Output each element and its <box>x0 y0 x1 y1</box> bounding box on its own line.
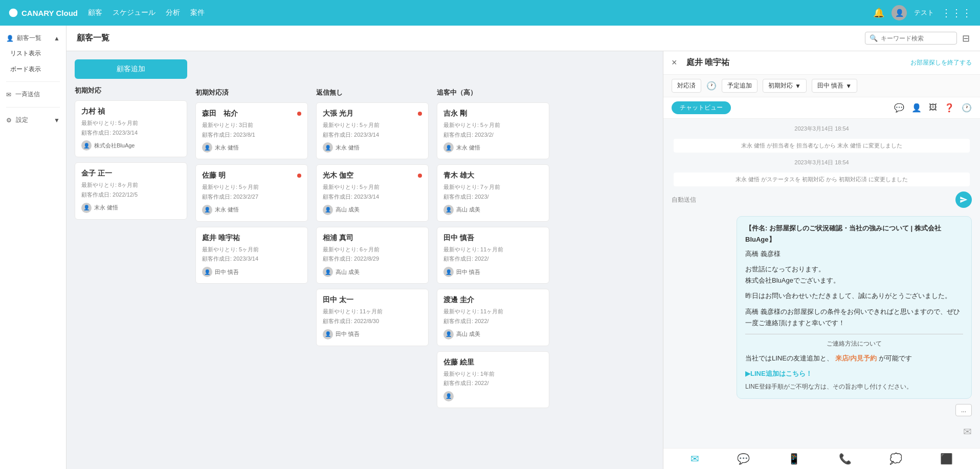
sidebar-item-list-view[interactable]: リスト表示 <box>0 46 66 61</box>
main-content: 顧客一覧 🔍 ⊟ 顧客追加 初期対応 <box>66 26 980 469</box>
chevron-down-icon: ▼ <box>795 82 801 90</box>
card-meta: 最新やりとり: 5ヶ月前 顧客作成日: 2023/3/14 <box>323 182 422 201</box>
footer-line-icon[interactable]: 💬 <box>737 453 750 465</box>
card-meta: 最新やりとり: 11ヶ月前 顧客作成日: 2022/ <box>443 307 543 326</box>
board-col-no-reply: 返信無し 大張 光月 最新やりとり: 5ヶ月前 顧客作成日: 2023/3/14… <box>316 88 429 461</box>
response-done-button[interactable]: 対応済 <box>672 79 701 93</box>
board-card[interactable]: 森田 祐介 最新やりとり: 3日前 顧客作成日: 2023/8/1 👤 末永 健… <box>195 102 308 159</box>
mail-icon[interactable]: ✉ <box>963 425 972 438</box>
search-box[interactable]: 🔍 <box>865 32 957 45</box>
card-assignee: 👤 高山 成美 <box>443 329 543 339</box>
board-card[interactable]: 力村 禎 最新やりとり: 5ヶ月前 顧客作成日: 2023/3/14 👤 株式会… <box>75 100 187 157</box>
board-card[interactable]: 光木 伽空 最新やりとり: 5ヶ月前 顧客作成日: 2023/3/14 👤 高山… <box>316 164 429 221</box>
chat-date-divider-2: 2023年3月14日 18:54 <box>663 159 980 166</box>
assignee-avatar: 👤 <box>443 205 454 215</box>
close-button[interactable]: × <box>672 57 677 68</box>
assignee-select[interactable]: 田中 慎吾 ▼ <box>812 79 857 93</box>
card-meta: 最新やりとり: 6ヶ月前 顧客作成日: 2022/8/29 <box>323 245 422 264</box>
card-assignee: 👤 末永 健悟 <box>443 142 543 153</box>
tab-chat-view[interactable]: チャットビュー <box>672 101 731 114</box>
board-card[interactable]: 田中 太一 最新やりとり: 11ヶ月前 顧客作成日: 2022/8/30 👤 田… <box>316 289 429 346</box>
unread-dot <box>418 112 422 116</box>
avatar[interactable]: 👤 <box>892 5 907 20</box>
detail-toolbar: 対応済 🕐 予定追加 初期対応 ▼ 田中 慎吾 ▼ <box>663 75 980 97</box>
search-icon: 🔍 <box>870 34 878 42</box>
card-name: 田中 太一 <box>323 295 353 305</box>
board-col-initial-done: 初期対応済 森田 祐介 最新やりとり: 3日前 顧客作成日: 2023/8/1 … <box>195 88 308 461</box>
mail-icon: ✉ <box>6 91 11 98</box>
clock-icon[interactable]: 🕐 <box>706 81 717 91</box>
grid-icon[interactable]: ⋮⋮⋮ <box>941 7 972 19</box>
card-meta: 最新やりとり: 3日前 顧客作成日: 2023/8/1 <box>202 120 301 139</box>
add-customer-button[interactable]: 顧客追加 <box>75 59 187 79</box>
unread-dot <box>297 112 301 116</box>
footer-mail-icon[interactable]: ✉ <box>691 453 699 465</box>
add-schedule-button[interactable]: 予定追加 <box>722 79 758 93</box>
nav-customers[interactable]: 顧客 <box>88 8 102 17</box>
question-icon[interactable]: ❓ <box>944 103 954 113</box>
sidebar-item-settings[interactable]: ⚙ 設定 ▼ <box>0 112 66 129</box>
card-name: 金子 正一 <box>81 169 112 178</box>
status-select[interactable]: 初期対応 ▼ <box>763 79 807 93</box>
line-add-link[interactable]: ▶LINE追加はこちら！ <box>745 368 963 379</box>
sidebar-customer-section[interactable]: 👤 顧客一覧 ▲ <box>0 31 66 46</box>
board-col-initial: 初期対応 力村 禎 最新やりとり: 5ヶ月前 顧客作成日: 2023/3/14 … <box>75 86 187 225</box>
sidebar: 👤 顧客一覧 ▲ リスト表示 ボード表示 ✉ 一斉送信 ⚙ 設定 ▼ <box>0 26 66 469</box>
history-icon[interactable]: 🕐 <box>962 103 972 113</box>
detail-icon-bar: 💬 👤 🖼 ❓ 🕐 <box>894 103 972 113</box>
footer-form-icon[interactable]: ⬛ <box>940 453 953 465</box>
footer-comment-icon[interactable]: 💭 <box>889 453 902 465</box>
sidebar-customer-label: 顧客一覧 <box>17 34 41 42</box>
top-nav-right: 🔔 👤 テスト ⋮⋮⋮ <box>873 5 972 20</box>
card-assignee: 👤 田中 慎吾 <box>323 329 422 339</box>
send-button[interactable] <box>955 191 972 208</box>
board-card[interactable]: 青木 雄大 最新やりとり: 7ヶ月前 顧客作成日: 2023/ 👤 高山 成美 <box>437 164 549 221</box>
board-card[interactable]: 相浦 真司 最新やりとり: 6ヶ月前 顧客作成日: 2022/8/29 👤 高山… <box>316 227 429 284</box>
board-card[interactable]: 田中 慎吾 最新やりとり: 11ヶ月前 顧客作成日: 2022/ 👤 田中 慎吾 <box>437 227 549 284</box>
person-icon: 👤 <box>6 35 14 42</box>
nav-analysis[interactable]: 分析 <box>166 8 180 17</box>
card-meta: 最新やりとり: 5ヶ月前 顧客作成日: 2023/2/27 <box>202 182 301 201</box>
header-right: 🔍 ⊟ <box>865 32 970 45</box>
search-input[interactable] <box>881 35 952 42</box>
detail-panel: × 庭井 唯宇祐 お部屋探しを終了する 対応済 🕐 予定追加 初期対応 ▼ <box>663 51 980 469</box>
card-meta: 最新やりとり: 5ヶ月前 顧客作成日: 2023/2/ <box>443 120 543 139</box>
footer-sms-icon[interactable]: 📱 <box>788 453 800 465</box>
layout: 👤 顧客一覧 ▲ リスト表示 ボード表示 ✉ 一斉送信 ⚙ 設定 ▼ 顧客一覧 … <box>0 26 980 469</box>
board-card[interactable]: 大張 光月 最新やりとり: 5ヶ月前 顧客作成日: 2023/3/14 👤 末永… <box>316 102 429 159</box>
nav-cases[interactable]: 案件 <box>190 8 205 17</box>
card-name: 田中 慎吾 <box>443 233 474 243</box>
board-card[interactable]: 庭井 唯宇祐 最新やりとり: 5ヶ月前 顧客作成日: 2023/3/14 👤 田… <box>195 227 308 284</box>
assignee-avatar: 👤 <box>443 267 454 277</box>
person-icon[interactable]: 👤 <box>911 103 922 113</box>
notification-icon[interactable]: 🔔 <box>873 7 884 18</box>
image-icon[interactable]: 🖼 <box>929 103 937 113</box>
card-meta: 最新やりとり: 5ヶ月前 顧客作成日: 2023/3/14 <box>323 120 422 139</box>
chat-date-divider: 2023年3月14日 18:54 <box>663 125 980 133</box>
assignee-avatar: 👤 <box>323 142 333 153</box>
chat-icon[interactable]: 💬 <box>894 103 904 113</box>
board-card[interactable]: 渡邊 圭介 最新やりとり: 11ヶ月前 顧客作成日: 2022/ 👤 高山 成美 <box>437 289 549 346</box>
more-button[interactable]: ... <box>955 404 972 416</box>
assignee-avatar: 👤 <box>202 205 212 215</box>
bubble-greeting: 高橋 義彦様 <box>745 248 963 260</box>
detail-body: 2023年3月14日 18:54 末永 健悟 が担当者を 担当者なしから 末永 … <box>663 119 980 448</box>
sidebar-divider-1 <box>6 81 60 82</box>
footer-phone-icon[interactable]: 📞 <box>839 453 852 465</box>
col-header-no-reply: 返信無し <box>316 88 429 97</box>
bubble-line3: 昨日はお問い合わせいただきまして、誠にありがとうございました。 <box>745 290 963 302</box>
sidebar-item-bulk-send[interactable]: ✉ 一斉送信 <box>0 86 66 103</box>
sidebar-item-board-view[interactable]: ボード表示 <box>0 61 66 77</box>
card-name: 吉永 剛 <box>443 109 467 118</box>
board-card[interactable]: 吉永 剛 最新やりとり: 5ヶ月前 顧客作成日: 2023/2/ 👤 末永 健悟 <box>437 102 549 159</box>
end-room-search-button[interactable]: お部屋探しを終了する <box>910 58 972 67</box>
board-card[interactable]: 佐藤 絵里 最新やりとり: 1年前 顧客作成日: 2022/ 👤 <box>437 351 549 408</box>
assignee-avatar: 👤 <box>81 203 92 213</box>
card-assignee: 👤 末永 健悟 <box>81 203 181 213</box>
filter-icon[interactable]: ⊟ <box>962 33 970 44</box>
nav-schedule[interactable]: スケジュール <box>113 8 155 17</box>
board-card[interactable]: 金子 正一 最新やりとり: 8ヶ月前 顧客作成日: 2022/12/5 👤 末永… <box>75 162 187 219</box>
board-card[interactable]: 佐藤 明 最新やりとり: 5ヶ月前 顧客作成日: 2023/2/27 👤 末永 … <box>195 164 308 221</box>
assignee-avatar: 👤 <box>323 329 333 339</box>
card-assignee: 👤 末永 健悟 <box>323 142 422 153</box>
